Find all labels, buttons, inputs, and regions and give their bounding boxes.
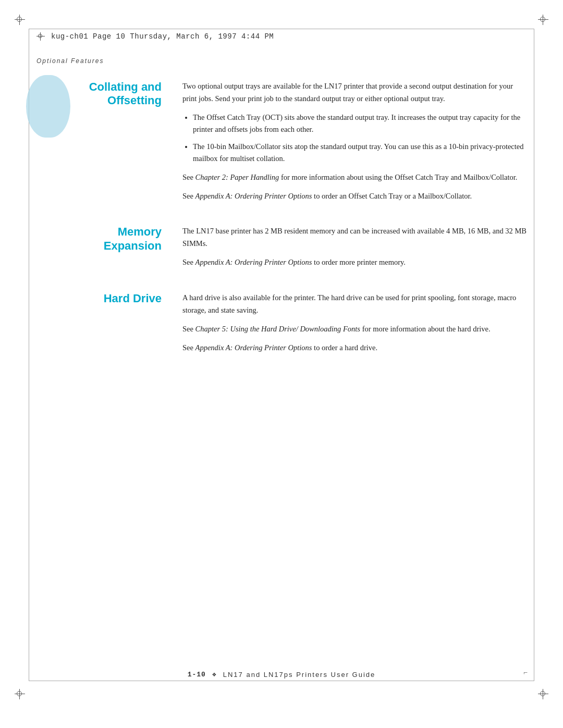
memory-left-col: Memory Expansion — [36, 225, 172, 275]
footer-guide-title: LN17 and LN17ps Printers User Guide — [223, 671, 376, 678]
footer-page-num: 1-10 — [188, 671, 206, 678]
memory-body: The LN17 base printer has 2 MB resident … — [182, 225, 527, 275]
header-text: kug-ch01 Page 10 Thursday, March 6, 1997… — [51, 32, 274, 41]
section-memory: Memory Expansion The LN17 base printer h… — [36, 225, 527, 275]
section-collating: Collating and Offsetting Two optional ou… — [36, 80, 527, 208]
collating-left-col: Collating and Offsetting — [36, 80, 172, 208]
harddrive-left-col: Hard Drive — [36, 292, 172, 361]
border-left — [29, 29, 29, 681]
memory-para-1: The LN17 base printer has 2 MB resident … — [182, 225, 527, 250]
collating-para-3: See Chapter 2: Paper Handling for more i… — [182, 171, 527, 184]
content-area: Optional Features Collating and Offsetti… — [36, 57, 527, 676]
reg-mark-bottom-right — [538, 689, 548, 699]
memory-para-2: See Appendix A: Ordering Printer Options… — [182, 256, 527, 269]
harddrive-para-3: See Appendix A: Ordering Printer Options… — [182, 342, 527, 354]
collating-para-4: See Appendix A: Ordering Printer Options… — [182, 190, 527, 203]
border-bottom — [29, 681, 534, 681]
reg-mark-top-right — [538, 15, 548, 25]
bottom-right-corner-mark: ⌐ — [523, 669, 528, 677]
harddrive-para-1: A hard drive is also available for the p… — [182, 292, 527, 317]
collating-heading: Collating and Offsetting — [36, 80, 162, 108]
page: kug-ch01 Page 10 Thursday, March 6, 1997… — [0, 0, 563, 728]
collating-para-1: Two optional output trays are available … — [182, 80, 527, 105]
border-right — [534, 29, 534, 681]
harddrive-heading: Hard Drive — [36, 292, 162, 305]
main-content: Collating and Offsetting Two optional ou… — [36, 80, 527, 377]
collating-body: Two optional output trays are available … — [182, 80, 527, 208]
collating-bullets: The Offset Catch Tray (OCT) sits above t… — [182, 112, 527, 165]
collating-bullet-1: The Offset Catch Tray (OCT) sits above t… — [193, 112, 527, 135]
reg-mark-bottom-left — [15, 689, 25, 699]
section-label: Optional Features — [36, 57, 527, 65]
memory-heading: Memory Expansion — [36, 225, 162, 253]
page-footer: 1-10 ❖ LN17 and LN17ps Printers User Gui… — [36, 670, 527, 678]
header-crosshair — [36, 32, 45, 41]
border-top — [29, 29, 534, 29]
section-harddrive: Hard Drive A hard drive is also availabl… — [36, 292, 527, 361]
harddrive-body: A hard drive is also available for the p… — [182, 292, 527, 361]
reg-mark-top-left — [15, 15, 25, 25]
page-header: kug-ch01 Page 10 Thursday, March 6, 1997… — [36, 32, 527, 41]
footer-separator: ❖ — [212, 670, 217, 678]
collating-bullet-2: The 10-bin Mailbox/Collator sits atop th… — [193, 141, 527, 165]
harddrive-para-2: See Chapter 5: Using the Hard Drive/ Dow… — [182, 323, 527, 336]
